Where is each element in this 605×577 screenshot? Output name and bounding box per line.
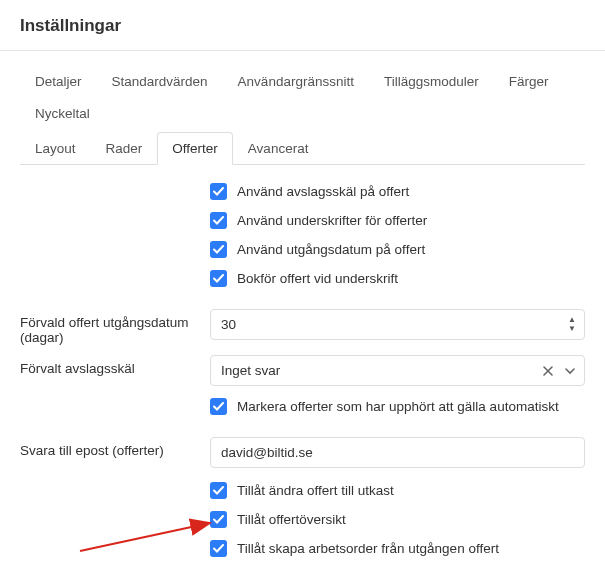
- input-value: david@biltid.se: [221, 445, 313, 460]
- tab-standardvarden[interactable]: Standardvärden: [97, 65, 223, 97]
- label-svara-epost: Svara till epost (offerter): [20, 437, 210, 458]
- checkmark-icon: [210, 511, 227, 528]
- checkbox-label: Använd underskrifter för offerter: [237, 213, 427, 228]
- checkbox-label: Använd avslagsskäl på offert: [237, 184, 409, 199]
- select-avslag[interactable]: Inget svar: [210, 355, 585, 386]
- label-forvalt-avslag: Förvalt avslagsskäl: [20, 355, 210, 376]
- input-value: 30: [221, 317, 236, 332]
- checkbox-markera-upphort[interactable]: Markera offerter som har upphört att gäl…: [210, 398, 585, 415]
- checkbox-label: Använd utgångsdatum på offert: [237, 242, 425, 257]
- select-value: Inget svar: [221, 363, 280, 378]
- input-epost[interactable]: david@biltid.se: [210, 437, 585, 468]
- page-title: Inställningar: [0, 0, 605, 50]
- checkbox-tillat-andra[interactable]: Tillåt ändra offert till utkast: [210, 482, 585, 499]
- checkmark-icon: [210, 241, 227, 258]
- tab-layout[interactable]: Layout: [20, 132, 91, 165]
- tab-tillaggsmoduler[interactable]: Tilläggsmoduler: [369, 65, 494, 97]
- tab-nyckeltal[interactable]: Nyckeltal: [20, 97, 105, 129]
- checkbox-label: Tillåt offertöversikt: [237, 512, 346, 527]
- checkmark-icon: [210, 212, 227, 229]
- checkbox-label: Tillåt ändra offert till utkast: [237, 483, 394, 498]
- checkmark-icon: [210, 482, 227, 499]
- checkmark-icon: [210, 183, 227, 200]
- checkbox-utgangsdatum[interactable]: Använd utgångsdatum på offert: [210, 241, 585, 258]
- tab-detaljer[interactable]: Detaljer: [20, 65, 97, 97]
- tab-farger[interactable]: Färger: [494, 65, 564, 97]
- checkbox-label: Markera offerter som har upphört att gäl…: [237, 399, 559, 414]
- clear-icon[interactable]: [542, 365, 554, 377]
- checkbox-tillat-skapa[interactable]: Tillåt skapa arbetsorder från utgången o…: [210, 540, 585, 557]
- chevron-down-icon: [564, 367, 576, 375]
- label-forvald-utgang: Förvald offert utgångsdatum (dagar): [20, 309, 210, 345]
- tabs-row-2: Layout Rader Offerter Avancerat: [20, 131, 585, 165]
- checkbox-label: Tillåt skapa arbetsorder från utgången o…: [237, 541, 499, 556]
- checkbox-bokfor[interactable]: Bokför offert vid underskrift: [210, 270, 585, 287]
- tab-avancerat[interactable]: Avancerat: [233, 132, 324, 165]
- checkmark-icon: [210, 270, 227, 287]
- tabs-row-1: Detaljer Standardvärden Användargränssni…: [20, 65, 585, 129]
- checkbox-tillat-oversikt[interactable]: Tillåt offertöversikt: [210, 511, 585, 528]
- tab-anvandargranssnitt[interactable]: Användargränssnitt: [223, 65, 369, 97]
- checkbox-label: Bokför offert vid underskrift: [237, 271, 398, 286]
- input-dagar[interactable]: 30 ▲ ▼: [210, 309, 585, 340]
- stepper-up-icon: ▲: [564, 316, 580, 324]
- tab-rader[interactable]: Rader: [91, 132, 158, 165]
- number-stepper[interactable]: ▲ ▼: [564, 312, 580, 337]
- checkbox-avslagsskael[interactable]: Använd avslagsskäl på offert: [210, 183, 585, 200]
- tab-offerter[interactable]: Offerter: [157, 132, 233, 165]
- stepper-down-icon: ▼: [564, 325, 580, 333]
- checkbox-underskrifter[interactable]: Använd underskrifter för offerter: [210, 212, 585, 229]
- checkmark-icon: [210, 398, 227, 415]
- checkmark-icon: [210, 540, 227, 557]
